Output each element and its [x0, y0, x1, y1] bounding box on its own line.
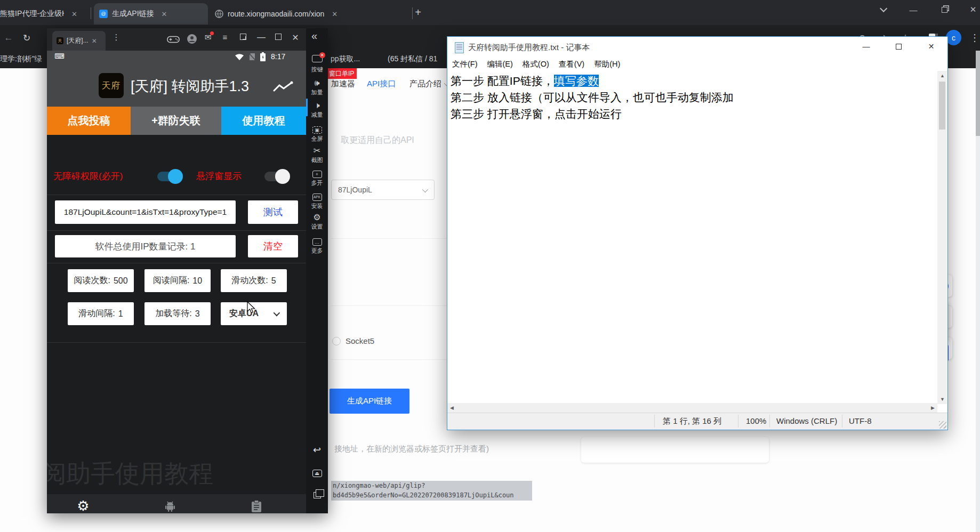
api-url-line2: bd4d5b9e5&orderNo=GL202207200839187LjOup… — [333, 490, 532, 500]
scroll-up-arrow[interactable]: ▲ — [940, 73, 945, 78]
tool-back[interactable]: ↩ — [306, 444, 328, 456]
bookmark-item[interactable]: pp获取... — [331, 54, 360, 64]
nav-settings[interactable]: ⚙ 设置 — [59, 498, 107, 513]
accessibility-toggle[interactable] — [157, 172, 181, 181]
line-ending: Windows (CRLF) — [776, 416, 837, 425]
menu-dots-icon[interactable]: ⋮ — [967, 30, 980, 45]
menu-file[interactable]: 文件(F) — [447, 58, 483, 71]
tab-generate-api[interactable]: @ 生成API链接 ✕ — [94, 3, 208, 25]
tool-settings[interactable]: ⚙ 设置 — [306, 213, 328, 231]
tool-install-apk[interactable]: APK 安装 — [306, 191, 328, 210]
notepad-close-button[interactable]: ✕ — [919, 37, 943, 56]
read-count-field[interactable]: 阅读次数:500 — [68, 269, 134, 292]
divider — [47, 263, 306, 263]
window-restore-button[interactable] — [932, 0, 957, 19]
resize-icon[interactable] — [237, 33, 250, 42]
tool-more[interactable]: … 更多 — [306, 236, 328, 255]
tool-volume-up[interactable]: 🕪 加量 — [306, 78, 328, 96]
android-icon — [164, 500, 176, 513]
user-avatar-icon[interactable] — [187, 34, 197, 44]
tool-fullscreen[interactable]: ▣ 全屏 — [306, 124, 328, 143]
overlay-toggle[interactable] — [264, 172, 288, 181]
menu-format[interactable]: 格式(O) — [518, 58, 554, 71]
trend-icon[interactable] — [273, 81, 293, 94]
tab-xiongmao-home[interactable]: 熊猫IP代理-企业级HTTP服务提供 ✕ — [0, 3, 83, 25]
api-url-text[interactable]: n/xiongmao-web/api/glip? bd4d5b9e5&order… — [331, 481, 532, 501]
tool-volume-down[interactable]: 🕨 减量 — [306, 101, 328, 119]
nav-api[interactable]: API接口 — [367, 79, 396, 89]
tab-close-icon[interactable]: ✕ — [332, 10, 338, 18]
tab-close-icon[interactable]: ✕ — [71, 10, 77, 18]
notepad-maximize-button[interactable] — [887, 37, 911, 56]
phone-close-button[interactable]: ✕ — [289, 33, 302, 43]
tool-screenshot[interactable]: ✂ 截图 — [306, 146, 328, 164]
order-dropdown[interactable]: 87LjOupiL — [331, 180, 435, 200]
tool-recent-apps[interactable] — [306, 491, 328, 501]
swipe-count-field[interactable]: 滑动次数:5 — [221, 269, 287, 292]
window-minimize-button[interactable]: — — [901, 0, 926, 19]
tab-route-xiongmaodaili[interactable]: route.xiongmaodaili.com/xion ✕ — [210, 3, 409, 25]
bookmark-item[interactable]: (65 封私信 / 81 — [388, 54, 437, 64]
speaker-minus-icon: 🕨 — [306, 101, 328, 110]
collapse-icon[interactable]: « — [311, 30, 317, 42]
tutorial-button[interactable]: 使用教程 — [221, 107, 306, 135]
phone-maximize-button[interactable] — [272, 33, 285, 42]
load-wait-field[interactable]: 加载等待:3 — [144, 302, 211, 325]
phone-window-tab[interactable]: 天 [天府]... ✕ — [52, 31, 106, 51]
page-hint-text: 取更适用自己的API — [341, 135, 414, 146]
clear-button[interactable]: 清空 — [248, 235, 298, 257]
menu-help[interactable]: 帮助(H) — [589, 58, 625, 71]
generate-api-button[interactable]: 生成API链接 — [330, 389, 409, 414]
watermark-text: 阅助手使用教程 — [47, 457, 213, 490]
nav-products[interactable]: 产品介绍 — [409, 79, 448, 89]
test-button[interactable]: 测试 — [248, 200, 298, 224]
scroll-down-arrow[interactable]: ▼ — [940, 397, 945, 402]
nav-actions[interactable]: 操作 — [146, 498, 194, 513]
socket5-radio[interactable] — [332, 337, 341, 345]
tab-close-icon[interactable]: ✕ — [162, 10, 167, 18]
new-tab-button[interactable]: + — [407, 3, 429, 22]
notepad-horizontal-scrollbar[interactable]: ◀ ▶ — [447, 403, 937, 413]
nav-accelerator[interactable]: 加速器 — [331, 79, 355, 89]
back-icon[interactable]: ← — [1, 30, 16, 45]
reload-icon[interactable]: ↻ — [19, 30, 34, 45]
tip-text: 接地址，在新的浏览器或标签页打开并查看) — [334, 444, 489, 454]
phone-tab-close-icon[interactable]: ✕ — [92, 37, 97, 45]
ip-record-field: 软件总使用IP数量记录: 1 — [55, 235, 236, 257]
order-dropdown-value: 87LjOupiL — [338, 186, 372, 194]
tool-keys[interactable]: ✕ 按键 — [306, 55, 328, 74]
profile-avatar[interactable]: c — [946, 30, 961, 45]
gamepad-icon[interactable] — [167, 35, 180, 44]
scrollbar-thumb[interactable] — [939, 82, 945, 130]
menu-edit[interactable]: 编辑(E) — [483, 58, 518, 71]
phone-minimize-button[interactable]: — — [255, 33, 268, 42]
menu-view[interactable]: 查看(V) — [554, 58, 589, 71]
scroll-left-arrow[interactable]: ◀ — [450, 405, 454, 410]
nav-links[interactable]: 链接 — [232, 498, 280, 513]
notepad-minimize-button[interactable]: — — [854, 37, 878, 56]
join-group-button[interactable]: +群防失联 — [131, 107, 221, 135]
read-interval-field[interactable]: 阅读间隔:10 — [144, 269, 211, 292]
hamburger-menu-icon[interactable]: ≡ — [219, 33, 231, 42]
page-scrollbar-thumb[interactable] — [976, 51, 980, 136]
resize-grip[interactable] — [939, 421, 946, 429]
window-close-button[interactable]: ✕ — [961, 0, 980, 19]
submit-button[interactable]: 点我投稿 — [47, 107, 131, 135]
bookmark-item[interactable]: 理学:剖析"绿 — [0, 54, 42, 64]
tool-multi-open[interactable]: + 多开 — [306, 168, 328, 187]
notepad-vertical-scrollbar[interactable]: ▲ ▼ — [937, 71, 947, 404]
divider — [331, 238, 447, 239]
window-chevron-icon[interactable] — [870, 0, 895, 19]
app-button-row: 点我投稿 +群防失联 使用教程 — [47, 107, 306, 135]
fullscreen-icon: ▣ — [312, 126, 322, 134]
scroll-right-arrow[interactable]: ▶ — [931, 405, 935, 410]
apk-icon: APK — [312, 194, 322, 201]
tool-home[interactable]: ⏏ — [306, 467, 328, 477]
page-scrollbar[interactable] — [976, 51, 980, 532]
tab-menu-dots-icon[interactable]: ⋮ — [110, 33, 123, 42]
swipe-interval-field[interactable]: 滑动间隔:1 — [68, 302, 134, 325]
api-link-input[interactable]: 187LjOupiL&count=1&isTxt=1&proxyType=1 — [55, 200, 236, 224]
mail-icon[interactable]: ✉ — [202, 33, 214, 42]
notepad-text-area[interactable]: 第一步 配置IP链接，填写参数 第二步 放入链接（可以从文件导入，也可也手动复制… — [447, 71, 937, 404]
divider — [331, 359, 447, 360]
